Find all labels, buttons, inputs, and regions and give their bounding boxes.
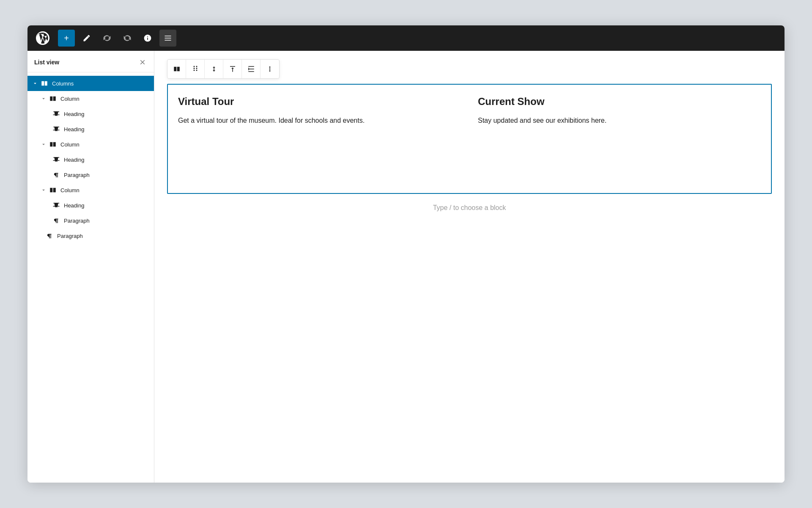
list-view-title: List view bbox=[34, 59, 59, 66]
undo-button[interactable] bbox=[99, 30, 115, 47]
heading-1-1-icon bbox=[51, 109, 61, 119]
block-align-button[interactable] bbox=[242, 60, 261, 78]
type-hint[interactable]: Type / to choose a block bbox=[167, 204, 772, 212]
heading-1-2-icon bbox=[51, 124, 61, 134]
list-item-heading-3-1-label: Heading bbox=[64, 202, 149, 209]
column-2-icon bbox=[48, 139, 58, 149]
list-item-paragraph-3-1-label: Paragraph bbox=[64, 218, 149, 224]
column-2-paragraph[interactable]: Stay updated and see our exhibitions her… bbox=[478, 115, 761, 126]
chevron-down-icon bbox=[31, 79, 39, 88]
list-item-columns[interactable]: Columns bbox=[27, 76, 154, 91]
edit-button[interactable] bbox=[78, 30, 95, 47]
list-view-button[interactable] bbox=[159, 30, 176, 47]
list-item-heading-1-2[interactable]: Heading bbox=[27, 121, 154, 137]
column-2-content: Current Show Stay updated and see our ex… bbox=[478, 95, 761, 183]
column-2-heading[interactable]: Current Show bbox=[478, 95, 761, 108]
list-item-paragraph-2-1[interactable]: Paragraph bbox=[27, 167, 154, 182]
app-window: + bbox=[27, 25, 785, 483]
chevron-down-icon-1 bbox=[39, 94, 48, 103]
list-item-paragraph-2-1-label: Paragraph bbox=[64, 172, 149, 178]
list-item-paragraph-3-1[interactable]: Paragraph bbox=[27, 213, 154, 228]
redo-button[interactable] bbox=[119, 30, 136, 47]
heading-2-1-icon bbox=[51, 155, 61, 165]
column-3-icon bbox=[48, 185, 58, 195]
move-up-down-button[interactable] bbox=[205, 60, 223, 78]
columns-block-button[interactable] bbox=[167, 60, 186, 78]
block-toolbar bbox=[167, 59, 280, 79]
wp-logo bbox=[33, 28, 53, 48]
list-item-heading-2-1-label: Heading bbox=[64, 157, 149, 163]
list-item-column-3-label: Column bbox=[60, 187, 149, 193]
list-item-column-2-label: Column bbox=[60, 141, 149, 148]
main-area: List view bbox=[27, 51, 785, 483]
list-item-column-3[interactable]: Column bbox=[27, 182, 154, 198]
list-item-column-2[interactable]: Column bbox=[27, 137, 154, 152]
add-block-button[interactable]: + bbox=[58, 30, 75, 47]
list-item-heading-1-2-label: Heading bbox=[64, 126, 149, 133]
column-1-content: Virtual Tour Get a virtual tour of the m… bbox=[178, 95, 461, 183]
list-item-column-1-label: Column bbox=[60, 96, 149, 102]
paragraph-root-icon bbox=[44, 231, 55, 241]
close-sidebar-button[interactable] bbox=[138, 58, 147, 67]
column-1-heading[interactable]: Virtual Tour bbox=[178, 95, 461, 108]
list-item-heading-1-1-label: Heading bbox=[64, 111, 149, 117]
list-item-paragraph-root[interactable]: Paragraph bbox=[27, 228, 154, 243]
list-item-heading-2-1[interactable]: Heading bbox=[27, 152, 154, 167]
sidebar: List view bbox=[27, 51, 154, 483]
list-item-paragraph-root-label: Paragraph bbox=[57, 233, 149, 239]
add-icon: + bbox=[64, 33, 69, 43]
list-item-heading-1-1[interactable]: Heading bbox=[27, 106, 154, 121]
chevron-down-icon-2 bbox=[39, 140, 48, 149]
align-button[interactable] bbox=[223, 60, 242, 78]
more-options-button[interactable] bbox=[261, 60, 279, 78]
sidebar-header: List view bbox=[27, 51, 154, 72]
columns-block[interactable]: Virtual Tour Get a virtual tour of the m… bbox=[167, 84, 772, 194]
list-items: Columns Column bbox=[27, 72, 154, 247]
column-1-paragraph[interactable]: Get a virtual tour of the museum. Ideal … bbox=[178, 115, 461, 126]
list-item-column-1[interactable]: Column bbox=[27, 91, 154, 106]
info-button[interactable] bbox=[139, 30, 156, 47]
chevron-down-icon-3 bbox=[39, 186, 48, 194]
editor-area: Virtual Tour Get a virtual tour of the m… bbox=[154, 51, 785, 483]
paragraph-2-1-icon bbox=[51, 170, 61, 180]
heading-3-1-icon bbox=[51, 200, 61, 210]
paragraph-3-1-icon bbox=[51, 215, 61, 226]
drag-handle-button[interactable] bbox=[186, 60, 205, 78]
toolbar: + bbox=[27, 25, 785, 51]
list-item-heading-3-1[interactable]: Heading bbox=[27, 198, 154, 213]
column-1-icon bbox=[48, 94, 58, 104]
columns-icon bbox=[39, 78, 49, 88]
list-item-columns-label: Columns bbox=[52, 80, 149, 87]
